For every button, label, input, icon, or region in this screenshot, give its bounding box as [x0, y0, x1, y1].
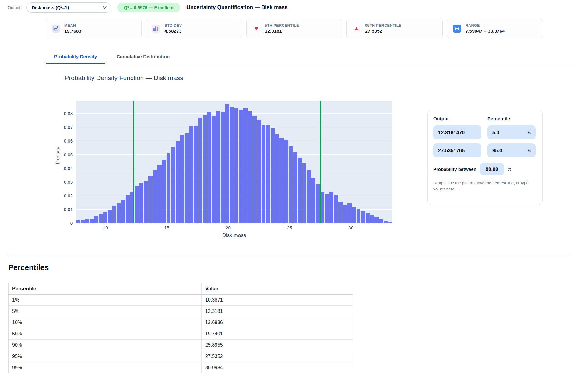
output-select-label: Output: [8, 5, 20, 10]
histogram-bar: [81, 220, 85, 223]
histogram-bar: [366, 213, 370, 223]
stat-cards-row: MEAN 19.7683 STD DEV 4.58273 5TH PERCENT…: [46, 19, 543, 38]
output-value-input-low[interactable]: 12.3181470: [433, 125, 481, 139]
table-row: 5%12.3181: [9, 306, 353, 317]
histogram-bar: [243, 108, 247, 223]
probability-between-label: Probability between: [433, 167, 476, 172]
chevron-down-icon: [103, 5, 107, 10]
percentile-input-high[interactable]: 95.0 %: [487, 143, 536, 157]
histogram-bar: [262, 125, 265, 223]
x-tick-label: 25: [280, 225, 299, 230]
output-value-input-high[interactable]: 27.5351765: [433, 143, 481, 157]
stat-card-p95: 95TH PERCENTILE 27.5352: [346, 19, 442, 38]
histogram-bar: [185, 133, 188, 223]
histogram-bar: [388, 222, 392, 223]
table-header-row: Percentile Value: [9, 283, 353, 295]
stat-value: 7.59047 – 33.3764: [466, 28, 505, 34]
percentile-marker-line[interactable]: [320, 101, 321, 223]
triangle-up-icon: [352, 27, 361, 30]
histogram-bar: [216, 111, 220, 223]
histogram-bar: [275, 134, 279, 223]
percentile-cell: 10%: [9, 317, 202, 328]
histogram-bar: [293, 152, 297, 223]
histogram-bar: [338, 202, 342, 223]
stat-label: RANGE: [466, 23, 505, 28]
section-divider: [8, 256, 572, 256]
plot-wrap: 00.010.020.030.040.050.060.070.081015202…: [76, 101, 392, 223]
page-title: Uncertainty Quantification — Disk mass: [186, 4, 288, 11]
histogram-bar: [248, 111, 252, 223]
tab-cumulative-distribution[interactable]: Cumulative Distribution: [108, 51, 178, 64]
stat-value: 12.3181: [265, 28, 299, 34]
value-cell: 30.0984: [201, 362, 353, 373]
y-tick-label: 0.05: [54, 152, 73, 157]
histogram-bar: [85, 219, 89, 223]
stat-label: MEAN: [64, 23, 81, 28]
percentile-marker-line[interactable]: [133, 101, 134, 223]
histogram-bar: [225, 104, 229, 223]
triangle-down-icon: [252, 27, 261, 30]
histogram-bar: [230, 107, 234, 223]
histogram-bar: [284, 140, 288, 223]
top-header: Output Disk mass (Q²=1) Q² = 0.9976 — Ex…: [0, 0, 580, 15]
output-select-value: Disk mass (Q²=1): [32, 5, 69, 10]
q2-quality-badge: Q² = 0.9976 — Excellent: [117, 3, 180, 12]
table-row: 90%25.8955: [9, 340, 353, 351]
histogram-bar: [189, 126, 193, 223]
histogram-bar: [352, 207, 356, 223]
histogram-bar: [126, 195, 130, 223]
percentile-value-low: 5.0: [492, 130, 499, 136]
x-tick-label: 10: [96, 225, 114, 230]
histogram-bar: [361, 211, 365, 223]
table-row: 50%19.7401: [9, 328, 353, 340]
left-right-arrow-icon: [453, 25, 461, 33]
x-tick-label: 30: [342, 225, 360, 230]
stat-card-mean: MEAN 19.7683: [46, 19, 142, 38]
table-row: 1%10.3871: [9, 295, 353, 306]
y-tick-label: 0.03: [54, 179, 73, 185]
percentile-cell: 90%: [9, 340, 202, 351]
histogram-bar: [379, 219, 383, 223]
histogram-bar: [203, 115, 207, 223]
histogram-bar: [171, 147, 175, 223]
histogram-bar: [334, 195, 338, 223]
histogram-bar: [139, 183, 143, 223]
stat-card-stddev: STD DEV 4.58273: [146, 19, 242, 38]
histogram-bar: [90, 219, 93, 224]
stat-value: 4.58273: [164, 28, 182, 34]
histogram-bar: [347, 203, 351, 223]
chart-title: Probability Density Function — Disk mass: [65, 74, 183, 82]
tab-probability-density[interactable]: Probability Density: [46, 51, 105, 64]
histogram-bar: [112, 206, 116, 223]
percentile-cell: 5%: [9, 306, 202, 317]
histogram-bar: [108, 210, 112, 223]
histogram-bar: [271, 128, 275, 223]
histogram-bar: [144, 181, 148, 223]
value-cell: 25.8955: [201, 340, 353, 351]
histogram-bar: [99, 214, 103, 223]
x-tick-label: 20: [219, 225, 237, 230]
histogram-bar: [176, 141, 180, 223]
y-tick-label: 0.06: [54, 138, 73, 143]
y-tick-label: 0.08: [54, 111, 73, 116]
probability-between-input[interactable]: 90.00: [480, 163, 504, 175]
percentiles-heading: Percentiles: [8, 263, 49, 272]
column-header-value: Value: [201, 283, 353, 295]
histogram-bar: [117, 203, 121, 223]
value-cell: 12.3181: [201, 306, 353, 317]
percentile-input-low[interactable]: 5.0 %: [487, 125, 536, 139]
histogram-bar: [374, 217, 378, 223]
panel-percentile-header: Percentile: [487, 116, 510, 122]
stat-value: 19.7683: [64, 28, 81, 34]
histogram-bar: [239, 110, 243, 223]
histogram-bar: [298, 158, 302, 223]
output-select[interactable]: Disk mass (Q²=1): [26, 2, 111, 13]
histogram-bar: [76, 220, 80, 223]
histogram-bar: [279, 138, 283, 223]
x-axis-title: Disk mass: [76, 232, 392, 238]
table-row: 95%27.5352: [9, 351, 353, 362]
plot-area[interactable]: [76, 101, 392, 223]
histogram-bar: [207, 112, 211, 223]
line-chart-icon: [51, 25, 60, 33]
stat-card-range: RANGE 7.59047 – 33.3764: [447, 19, 543, 38]
